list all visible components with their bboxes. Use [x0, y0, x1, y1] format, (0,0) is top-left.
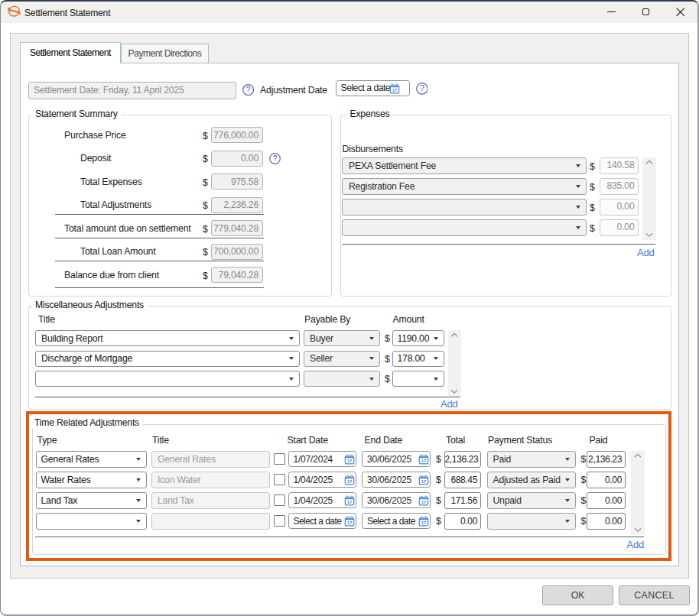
- svg-text:?: ?: [246, 86, 251, 94]
- svg-text:17: 17: [392, 88, 398, 92]
- svg-text:?: ?: [420, 83, 424, 92]
- svg-text:?: ?: [273, 154, 278, 163]
